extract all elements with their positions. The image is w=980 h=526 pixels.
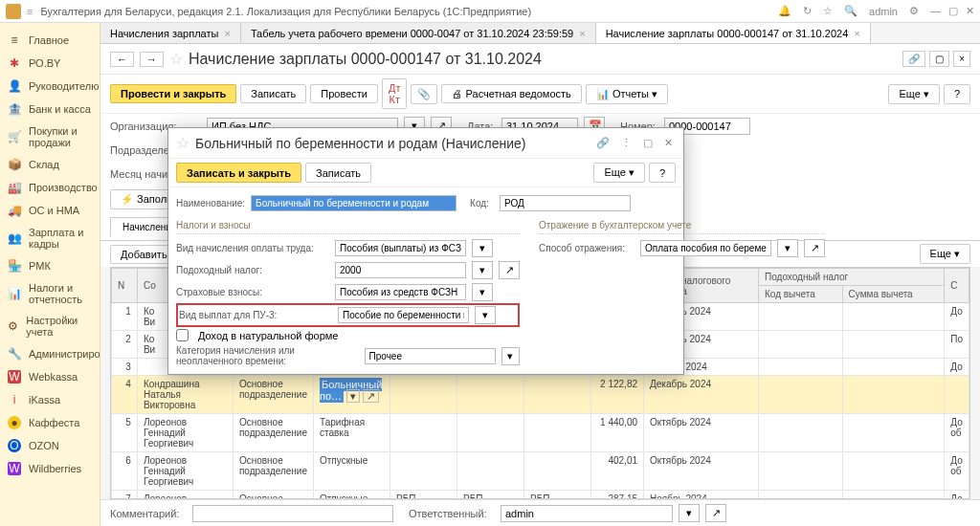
- more-button[interactable]: Еще ▾: [888, 84, 939, 104]
- sidebar-item-ikassa[interactable]: iiKassa: [0, 388, 100, 411]
- code-input[interactable]: [500, 195, 631, 211]
- tab-label: Начисления зарплаты: [110, 28, 218, 39]
- table-more-button[interactable]: Еще ▾: [920, 244, 970, 264]
- natural-checkbox[interactable]: [176, 329, 189, 341]
- comment-input[interactable]: [192, 505, 393, 522]
- sidebar-item-manager[interactable]: 👤Руководителю: [0, 75, 100, 98]
- favorite-icon[interactable]: ☆: [169, 50, 183, 68]
- resp-input[interactable]: [501, 505, 673, 522]
- maximize-icon[interactable]: ▢: [948, 5, 958, 17]
- open-icon[interactable]: ↗: [499, 261, 520, 279]
- tab-close-icon[interactable]: ×: [854, 28, 859, 39]
- window-icon[interactable]: ▢: [929, 51, 949, 67]
- attach-button[interactable]: 📎: [411, 84, 437, 104]
- col-s: С: [945, 269, 969, 303]
- modal-help-button[interactable]: ?: [649, 163, 676, 183]
- table-row[interactable]: 6Лореонов Геннадий ГеоргиевичОсновное по…: [112, 452, 969, 491]
- star-icon[interactable]: ☆: [823, 5, 833, 17]
- dt-kt-button[interactable]: ДтКт: [382, 78, 408, 109]
- forward-button[interactable]: →: [140, 52, 164, 67]
- dd-icon[interactable]: ▾: [472, 239, 493, 257]
- menu-icon[interactable]: ≡: [27, 6, 33, 17]
- tab-payroll-doc[interactable]: Начисление зарплаты 0000-000147 от 31.10…: [596, 23, 871, 43]
- dd-icon[interactable]: ▾: [472, 261, 493, 279]
- sidebar-item-admin[interactable]: 🔧Администрирование: [0, 342, 100, 365]
- history-icon[interactable]: ↻: [803, 5, 812, 17]
- user-label[interactable]: admin: [869, 6, 898, 17]
- sidebar-label: РО.BY: [29, 57, 60, 69]
- bell-icon[interactable]: 🔔: [778, 5, 791, 17]
- sidebar-item-stock[interactable]: 📦Склад: [0, 153, 100, 176]
- tab-timesheet[interactable]: Табель учета рабочего времени 0000-0047 …: [241, 23, 596, 43]
- sidebar-item-wb[interactable]: WWildberries: [0, 457, 100, 480]
- tab-close-icon[interactable]: ×: [579, 28, 585, 39]
- modal-link-icon[interactable]: 🔗: [593, 137, 612, 149]
- modal-more-icon[interactable]: ⋮: [618, 137, 635, 149]
- sidebar-item-ozon[interactable]: OOZON: [0, 434, 100, 457]
- search-icon[interactable]: 🔍: [844, 5, 858, 17]
- sidebar-item-main[interactable]: ≡Главное: [0, 29, 100, 52]
- name-input[interactable]: Больничный по беременности и родам: [251, 195, 457, 211]
- type-input[interactable]: [335, 240, 466, 256]
- pu3-input[interactable]: [338, 307, 469, 323]
- cat-input[interactable]: [365, 348, 496, 364]
- dd-icon[interactable]: ▾: [475, 306, 496, 324]
- document-title: Начисление зарплаты 0000-000147 от 31.10…: [189, 51, 542, 68]
- dd-icon[interactable]: ▾: [472, 283, 493, 301]
- tab-label: Табель учета рабочего времени 0000-0047 …: [251, 28, 573, 39]
- sidebar-item-taxes[interactable]: 📊Налоги и отчетность: [0, 277, 100, 310]
- write-button[interactable]: Записать: [240, 84, 306, 103]
- tab-payroll-list[interactable]: Начисления зарплаты×: [100, 23, 241, 43]
- dd-icon[interactable]: ▾: [501, 347, 520, 365]
- kaffesta-icon: ●: [8, 416, 21, 429]
- pay-sheet-button[interactable]: 🖨 Расчетная ведомость: [441, 84, 581, 103]
- tab-close-icon[interactable]: ×: [224, 28, 230, 39]
- app-icon: [6, 4, 21, 19]
- pu3-label: Вид выплат для ПУ-3:: [179, 310, 332, 320]
- sidebar-label: Каффеста: [29, 417, 79, 428]
- sidebar-item-prod[interactable]: 🏭Производство: [0, 176, 100, 199]
- reports-button[interactable]: 📊 Отчеты ▾: [586, 84, 668, 104]
- doc-close-icon[interactable]: ×: [953, 51, 970, 67]
- income-input[interactable]: [335, 262, 466, 278]
- sidebar-item-salary[interactable]: 👥Зарплата и кадры: [0, 222, 100, 254]
- modal-save-close-button[interactable]: Записать и закрыть: [176, 163, 301, 183]
- code-label: Код:: [470, 198, 494, 208]
- btn-label: Еще: [930, 248, 951, 259]
- cart-icon: 🛒: [8, 130, 21, 143]
- modal-star-icon[interactable]: ☆: [176, 134, 189, 152]
- sidebar-item-bank[interactable]: 🏦Банк и касса: [0, 98, 100, 121]
- sidebar-label: Производство: [29, 182, 98, 193]
- minimize-icon[interactable]: —: [930, 5, 941, 17]
- insurance-input[interactable]: [335, 284, 466, 300]
- dd-icon[interactable]: ▾: [777, 239, 798, 257]
- sidebar-item-os[interactable]: 🚚ОС и НМА: [0, 199, 100, 222]
- back-button[interactable]: ←: [110, 52, 134, 67]
- sidebar-item-sales[interactable]: 🛒Покупки и продажи: [0, 121, 100, 153]
- table-row[interactable]: 5Лореонов Геннадий ГеоргиевичОсновное по…: [112, 414, 969, 452]
- cat-label: Категория начисления или неоплаченного в…: [176, 345, 359, 366]
- post-close-button[interactable]: Провести и закрыть: [110, 84, 236, 103]
- open-icon[interactable]: ↗: [804, 239, 825, 257]
- post-button[interactable]: Провести: [310, 84, 378, 103]
- modal-max-icon[interactable]: ▢: [640, 137, 656, 149]
- settings-icon[interactable]: ⚙: [909, 5, 919, 17]
- resp-open-icon[interactable]: ↗: [705, 504, 726, 522]
- sidebar-item-settings[interactable]: ⚙Настройки учета: [0, 310, 100, 342]
- sidebar-item-webkassa[interactable]: WWebkassa: [0, 365, 100, 388]
- link-icon[interactable]: 🔗: [902, 51, 925, 67]
- table-row[interactable]: 7Лореонов Геннадий ГеоргиевичОсновное по…: [112, 491, 969, 500]
- person-icon: 👤: [8, 79, 21, 93]
- sidebar-item-rmk[interactable]: 🏪РМК: [0, 254, 100, 277]
- method-input[interactable]: [640, 240, 771, 256]
- wb-icon: W: [8, 462, 21, 475]
- resp-dropdown-icon[interactable]: ▾: [679, 504, 700, 522]
- sidebar-item-roby[interactable]: ✱РО.BY: [0, 52, 100, 75]
- close-icon[interactable]: ✕: [966, 5, 974, 17]
- modal-more-button[interactable]: Еще ▾: [593, 163, 644, 183]
- help-button[interactable]: ?: [944, 84, 970, 104]
- table-row[interactable]: 4Кондрашина Наталья ВикторовнаОсновное п…: [112, 376, 969, 414]
- modal-close-icon[interactable]: ✕: [661, 137, 676, 149]
- modal-write-button[interactable]: Записать: [305, 163, 371, 183]
- sidebar-item-kaffesta[interactable]: ●Каффеста: [0, 411, 100, 434]
